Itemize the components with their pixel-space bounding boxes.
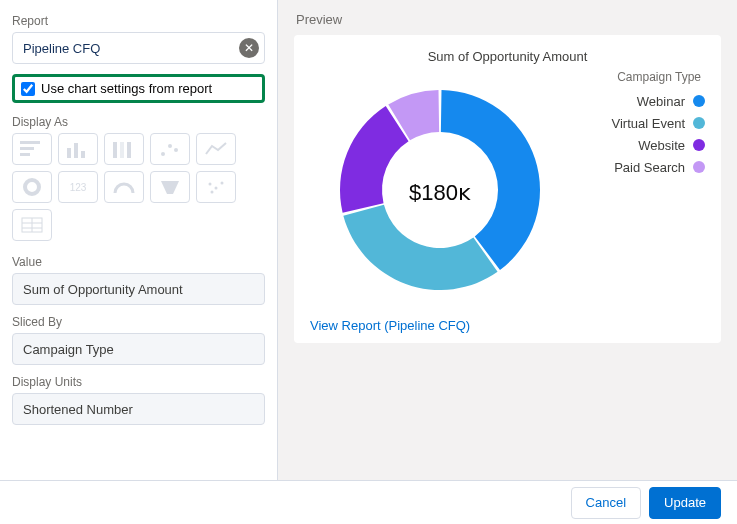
- preview-title: Preview: [296, 12, 721, 27]
- svg-rect-5: [81, 151, 85, 158]
- legend-item: Webinar: [574, 90, 705, 112]
- svg-point-10: [168, 144, 172, 148]
- chart-type-donut[interactable]: [12, 171, 52, 203]
- use-chart-settings-row[interactable]: Use chart settings from report: [12, 74, 265, 103]
- svg-rect-3: [67, 148, 71, 158]
- display-units-label: Display Units: [12, 375, 265, 389]
- legend-swatch: [693, 161, 705, 173]
- config-panel: Report ✕ Use chart settings from report …: [0, 0, 278, 480]
- sliced-by-field: Campaign Type: [12, 333, 265, 365]
- legend: Campaign Type WebinarVirtual EventWebsit…: [570, 70, 705, 310]
- svg-rect-2: [20, 153, 30, 156]
- chart-type-scatter[interactable]: [150, 133, 190, 165]
- chart-type-line[interactable]: [196, 133, 236, 165]
- svg-rect-6: [113, 142, 117, 158]
- chart-type-funnel[interactable]: [150, 171, 190, 203]
- svg-text:123: 123: [70, 182, 87, 193]
- svg-rect-4: [74, 143, 78, 158]
- chart-type-hbar[interactable]: [12, 133, 52, 165]
- svg-rect-1: [20, 147, 34, 150]
- preview-panel: Preview Sum of Opportunity Amount $180ᴋ …: [278, 0, 737, 480]
- svg-point-16: [215, 187, 218, 190]
- update-button[interactable]: Update: [649, 487, 721, 519]
- view-report-link[interactable]: View Report (Pipeline CFQ): [310, 318, 705, 333]
- chart-type-vbar[interactable]: [58, 133, 98, 165]
- dialog-footer: Cancel Update: [0, 480, 737, 524]
- legend-title: Campaign Type: [574, 70, 705, 84]
- legend-item: Website: [574, 134, 705, 156]
- value-label: Value: [12, 255, 265, 269]
- report-input[interactable]: [12, 32, 265, 64]
- svg-point-12: [25, 180, 39, 194]
- value-field: Sum of Opportunity Amount: [12, 273, 265, 305]
- chart-type-table[interactable]: [12, 209, 52, 241]
- legend-item: Virtual Event: [574, 112, 705, 134]
- svg-point-17: [221, 182, 224, 185]
- svg-rect-0: [20, 141, 40, 144]
- display-units-field: Shortened Number: [12, 393, 265, 425]
- chart-title: Sum of Opportunity Amount: [310, 49, 705, 64]
- svg-rect-8: [127, 142, 131, 158]
- legend-item: Paid Search: [574, 156, 705, 178]
- chart-type-gauge[interactable]: [104, 171, 144, 203]
- chart-type-stacked[interactable]: [104, 133, 144, 165]
- donut-chart: $180ᴋ: [310, 70, 570, 310]
- svg-point-9: [161, 152, 165, 156]
- donut-slice: [340, 106, 409, 213]
- svg-point-15: [209, 183, 212, 186]
- chart-center-label: $180ᴋ: [409, 180, 471, 205]
- chart-type-grouped-scatter[interactable]: [196, 171, 236, 203]
- legend-swatch: [693, 139, 705, 151]
- clear-icon[interactable]: ✕: [239, 38, 259, 58]
- svg-rect-7: [120, 142, 124, 158]
- report-label: Report: [12, 14, 265, 28]
- chart-type-metric[interactable]: 123: [58, 171, 98, 203]
- display-as-label: Display As: [12, 115, 265, 129]
- preview-card: Sum of Opportunity Amount $180ᴋ Campaign…: [294, 35, 721, 343]
- use-chart-settings-label: Use chart settings from report: [41, 81, 212, 96]
- cancel-button[interactable]: Cancel: [571, 487, 641, 519]
- sliced-by-label: Sliced By: [12, 315, 265, 329]
- svg-point-11: [174, 148, 178, 152]
- svg-marker-14: [161, 181, 179, 194]
- display-as-grid: 123: [12, 133, 265, 241]
- donut-slice: [343, 205, 497, 290]
- svg-point-18: [211, 191, 214, 194]
- legend-swatch: [693, 117, 705, 129]
- use-chart-settings-checkbox[interactable]: [21, 82, 35, 96]
- legend-swatch: [693, 95, 705, 107]
